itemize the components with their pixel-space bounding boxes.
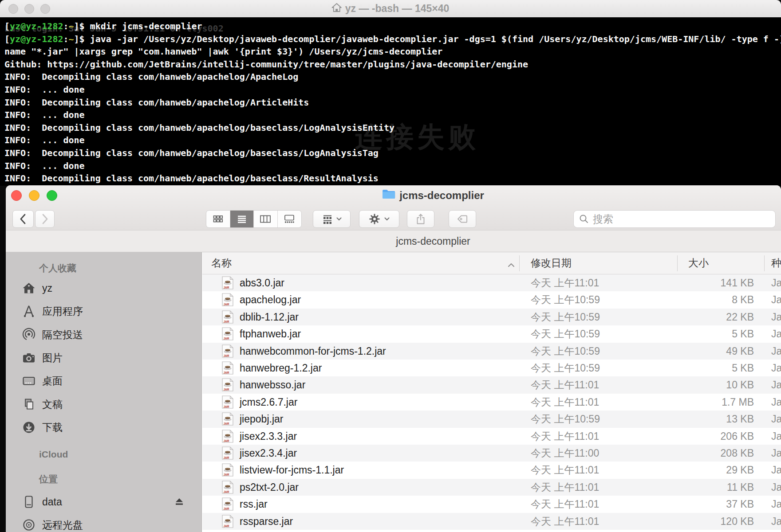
finder-title-text: jcms-decomplier bbox=[399, 189, 484, 202]
column-header-name[interactable]: 名称 bbox=[211, 252, 232, 274]
table-row[interactable]: JARdblib-1.12.jar今天 上午10:5922 KBJa bbox=[202, 309, 781, 325]
column-header-kind[interactable]: 种类 bbox=[771, 252, 781, 274]
file-name: ps2txt-2.0.jar bbox=[240, 479, 299, 496]
sidebar-section-header: iCloud bbox=[39, 449, 68, 460]
table-row[interactable]: JARftphanweb.jar今天 上午10:595 KBJa bbox=[202, 325, 781, 342]
sidebar-item-label: 桌面 bbox=[42, 371, 63, 391]
column-divider bbox=[677, 255, 678, 271]
sidebar-item-data[interactable]: data bbox=[18, 492, 197, 512]
terminal-minimize-button[interactable] bbox=[24, 4, 34, 14]
sidebar-section-header: 位置 bbox=[39, 473, 58, 485]
home-folder-icon bbox=[332, 3, 342, 15]
view-coverflow-button[interactable] bbox=[278, 211, 302, 227]
terminal-line: INFO: Decompiling class com/hanweb/apach… bbox=[4, 121, 781, 134]
finder-close-button[interactable] bbox=[11, 190, 22, 201]
file-date-modified: 今天 上午10:59 bbox=[531, 291, 600, 308]
folder-tab-bar: jcms-decomplier bbox=[6, 230, 781, 252]
arrange-button[interactable] bbox=[313, 210, 351, 228]
column-header-date[interactable]: 修改日期 bbox=[531, 252, 572, 274]
file-kind: Ja bbox=[771, 411, 781, 427]
sidebar-item-downloads[interactable]: 下载 bbox=[18, 418, 197, 437]
current-folder-tab[interactable]: jcms-decomplier bbox=[396, 231, 470, 252]
file-date-modified: 今天 上午11:01 bbox=[531, 462, 599, 478]
terminal-close-button[interactable] bbox=[8, 4, 18, 14]
back-button[interactable] bbox=[12, 210, 34, 228]
jar-file-icon: JAR bbox=[222, 361, 233, 375]
file-kind: Ja bbox=[771, 376, 781, 393]
eject-icon[interactable] bbox=[174, 497, 185, 507]
file-size: 1.7 MB bbox=[665, 394, 754, 411]
terminal-zoom-button[interactable] bbox=[40, 4, 50, 14]
table-row[interactable]: JARjisex2.3.3.jar今天 上午11:01206 KBJa bbox=[202, 428, 781, 445]
svg-text:JAR: JAR bbox=[224, 456, 229, 459]
search-icon bbox=[579, 214, 589, 224]
jar-file-icon: JAR bbox=[222, 293, 233, 306]
file-size: 5 KB bbox=[665, 325, 754, 342]
airdrop-icon bbox=[22, 328, 36, 342]
file-date-modified: 今天 上午11:01 bbox=[531, 496, 599, 512]
sidebar-item-label: data bbox=[42, 492, 62, 512]
jar-file-icon: JAR bbox=[222, 276, 233, 289]
terminal-titlebar: yz — -bash — 145×40 bbox=[0, 0, 781, 18]
file-name: rss.jar bbox=[240, 496, 268, 512]
sidebar-item-desktop[interactable]: 桌面 bbox=[18, 371, 197, 391]
share-icon bbox=[415, 213, 426, 225]
sidebar-item-applications[interactable]: 应用程序 bbox=[18, 301, 197, 321]
file-size: 13 KB bbox=[665, 411, 754, 427]
table-row[interactable]: JARhanwebreg-1.2.jar今天 上午10:595 KBJa bbox=[202, 360, 781, 376]
table-row[interactable]: JARabs3.0.jar今天 上午11:01141 KBJa bbox=[202, 274, 781, 291]
file-date-modified: 今天 上午11:01 bbox=[531, 513, 599, 530]
sort-ascending-icon bbox=[508, 261, 515, 269]
file-name: abs3.0.jar bbox=[240, 274, 284, 291]
file-name: hanwebreg-1.2.jar bbox=[240, 360, 322, 376]
file-size: 49 KB bbox=[665, 343, 754, 360]
file-size: 22 KB bbox=[665, 309, 754, 325]
jar-file-icon: JAR bbox=[222, 515, 233, 528]
file-name: hanwebcommon-for-jcms-1.2.jar bbox=[240, 343, 386, 360]
search-placeholder: 搜索 bbox=[593, 212, 613, 226]
view-list-button[interactable] bbox=[230, 211, 254, 227]
forward-button[interactable] bbox=[35, 210, 55, 228]
sidebar-item-airdrop[interactable]: 隔空投送 bbox=[18, 325, 197, 344]
file-name: listview-for-jcms-1.1.jar bbox=[240, 462, 344, 478]
file-kind: Ja bbox=[771, 343, 781, 360]
terminal-line: [yz@yz-1282:~]$ mkdir jcms-decomplier bbox=[4, 20, 781, 33]
terminal-line: INFO: ... done bbox=[4, 83, 781, 96]
table-row[interactable]: JARjisex2.3.4.jar今天 上午11:00208 KBJa bbox=[202, 445, 781, 462]
column-header-size[interactable]: 大小 bbox=[688, 252, 709, 274]
search-input[interactable]: 搜索 bbox=[573, 210, 776, 228]
sidebar-item-label: 远程光盘 bbox=[42, 515, 83, 532]
table-row[interactable]: JARhanwebsso.jar今天 上午11:0110 KBJa bbox=[202, 376, 781, 393]
view-columns-button[interactable] bbox=[254, 211, 278, 227]
table-row[interactable]: JARrss.jar今天 上午11:0137 KBJa bbox=[202, 496, 781, 512]
file-date-modified: 今天 上午10:59 bbox=[531, 343, 600, 360]
finder-minimize-button[interactable] bbox=[29, 190, 39, 201]
sidebar-item-documents[interactable]: 文稿 bbox=[18, 395, 197, 414]
table-row[interactable]: JARps2txt-2.0.jar今天 上午11:0111 KBJa bbox=[202, 479, 781, 496]
table-row[interactable]: JARrssparse.jar今天 上午11:01120 KBJa bbox=[202, 513, 781, 530]
svg-text:JAR: JAR bbox=[224, 354, 229, 357]
table-row[interactable]: JARjiepobj.jar今天 上午10:5913 KBJa bbox=[202, 411, 781, 427]
sidebar-item-remote-disc[interactable]: 远程光盘 bbox=[18, 515, 197, 532]
table-row[interactable]: JARhanwebcommon-for-jcms-1.2.jar今天 上午10:… bbox=[202, 343, 781, 360]
file-size: 208 KB bbox=[665, 445, 754, 462]
finder-zoom-button[interactable] bbox=[47, 190, 57, 201]
file-name: dblib-1.12.jar bbox=[240, 309, 299, 325]
table-row[interactable]: JARjcms2.6.7.jar今天 上午11:011.7 MBJa bbox=[202, 394, 781, 411]
action-button[interactable] bbox=[359, 210, 399, 228]
table-row[interactable]: JARapachelog.jar今天 上午10:598 KBJa bbox=[202, 291, 781, 308]
terminal-line: INFO: ... done bbox=[4, 160, 781, 172]
jar-file-icon: JAR bbox=[222, 481, 233, 494]
share-button[interactable] bbox=[407, 210, 434, 228]
column-divider bbox=[764, 255, 765, 271]
view-switcher bbox=[206, 210, 302, 228]
sidebar-item-yz[interactable]: yz bbox=[18, 278, 197, 298]
chevron-right-icon bbox=[40, 212, 50, 226]
jar-file-icon: JAR bbox=[222, 430, 233, 443]
tags-button[interactable] bbox=[449, 210, 476, 228]
view-icons-button[interactable] bbox=[206, 211, 230, 227]
applications-icon bbox=[22, 304, 36, 318]
terminal-window: yz — -bash — 145×40 Last login: Sat Jan … bbox=[0, 0, 781, 186]
table-row[interactable]: JARlistview-for-jcms-1.1.jar今天 上午11:0129… bbox=[202, 462, 781, 478]
sidebar-item-pictures[interactable]: 图片 bbox=[18, 348, 197, 368]
